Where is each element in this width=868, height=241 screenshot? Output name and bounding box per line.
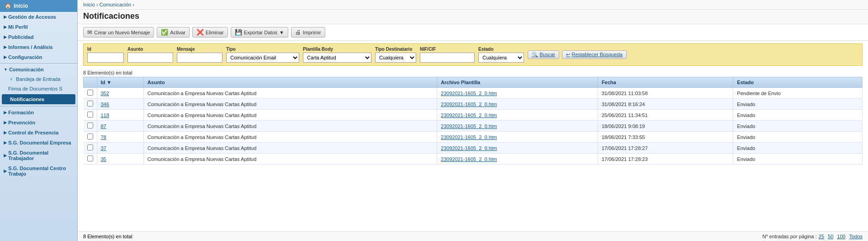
col-header-id[interactable]: Id ▼ — [97, 77, 143, 88]
row-archivo-link[interactable]: 23092021-1605_2_0.htm — [441, 156, 497, 162]
table-row: 78 Comunicación a Empresa Nuevas Cartas … — [84, 132, 863, 143]
sidebar-item-informes[interactable]: ▶ Informes / Análisis — [0, 42, 77, 52]
cell-estado: Enviado — [733, 154, 863, 165]
row-checkbox[interactable] — [87, 90, 93, 96]
sidebar-item-bandeja-entrada[interactable]: 📧 Bandeja de Entrada — [0, 75, 77, 84]
sidebar-item-sg-trabajador[interactable]: ▶ S.G. Documental Trabajador — [0, 148, 77, 163]
filter-id-input[interactable] — [87, 53, 124, 63]
col-header-archivo[interactable]: Archivo Plantilla — [437, 77, 598, 88]
cell-id: 78 — [97, 132, 143, 143]
arrow-icon: ▶ — [4, 110, 7, 115]
page-title-bar: Notificaciones — [78, 10, 868, 24]
col-header-fecha[interactable]: Fecha — [598, 77, 733, 88]
create-message-button[interactable]: ✉ Crear un Nuevo Mensaje — [83, 27, 154, 37]
row-checkbox-cell — [84, 121, 97, 132]
table-body: 352 Comunicación a Empresa Nuevas Cartas… — [84, 88, 863, 165]
row-id-link[interactable]: 87 — [101, 123, 106, 129]
sidebar-item-firma-documentos[interactable]: Firma de Documentos S — [0, 84, 77, 93]
count-bar-bottom: 8 Elemento(s) en total — [83, 234, 132, 239]
row-archivo-link[interactable]: 23092021-1605_2_0.htm — [441, 134, 497, 140]
breadcrumb: Inicio › Comunicación › — [78, 0, 868, 10]
sidebar-item-formacion[interactable]: ▶ Formación — [0, 107, 77, 118]
row-id-link[interactable]: 352 — [101, 91, 109, 96]
cell-archivo: 23092021-1605_2_0.htm — [437, 99, 598, 110]
cell-fecha: 18/06/2021 9:08:19 — [598, 121, 733, 132]
col-header-asunto[interactable]: Asunto — [143, 77, 437, 88]
sidebar-item-configuracion[interactable]: ▶ Configuración — [0, 52, 77, 62]
filter-row: Id Asunto Mensaje Tipo Comunicación Emai… — [87, 47, 858, 63]
row-checkbox[interactable] — [87, 112, 93, 118]
row-id-link[interactable]: 37 — [101, 145, 106, 151]
print-button[interactable]: 🖨 Imprimir — [291, 27, 325, 37]
row-checkbox-cell — [84, 99, 97, 110]
reset-search-button[interactable]: ↩ Restablecer Búsqueda — [562, 50, 626, 59]
table-row: 352 Comunicación a Empresa Nuevas Cartas… — [84, 88, 863, 99]
sidebar-item-label: Formación — [8, 110, 34, 115]
sidebar-home[interactable]: 🏠 Inicio — [0, 0, 77, 12]
sidebar-item-prevencion[interactable]: ▶ Prevención — [0, 118, 77, 128]
cell-id: 35 — [97, 154, 143, 165]
arrow-icon: ▼ — [4, 67, 8, 72]
export-label: Exportar Datos — [244, 30, 277, 35]
select-all-header — [84, 77, 97, 88]
row-archivo-link[interactable]: 23092021-1605_2_0.htm — [441, 123, 497, 129]
row-archivo-link[interactable]: 23092021-1605_2_0.htm — [441, 91, 497, 96]
arrow-icon: ▶ — [4, 15, 7, 19]
filter-mensaje-input[interactable] — [177, 53, 222, 63]
filter-mensaje: Mensaje — [177, 47, 222, 63]
sidebar-item-notificaciones[interactable]: Notificaciones — [2, 94, 75, 104]
filter-plantilla-select[interactable]: Carta Aptitud Otra Plantilla — [303, 53, 371, 63]
search-label: Buscar — [540, 52, 555, 57]
arrow-icon: ▶ — [4, 153, 7, 158]
cell-asunto: Comunicación a Empresa Nuevas Cartas Apt… — [143, 121, 437, 132]
row-checkbox[interactable] — [87, 155, 93, 161]
pagination-todos[interactable]: Todos — [849, 234, 863, 239]
filter-actions: 🔍 Buscar ↩ Restablecer Búsqueda — [528, 50, 627, 59]
row-archivo-link[interactable]: 23092021-1605_2_0.htm — [441, 102, 497, 107]
sidebar-item-sg-empresa[interactable]: ▶ S.G. Documental Empresa — [0, 138, 77, 148]
pagination-50[interactable]: 50 — [828, 234, 833, 239]
sidebar-item-publicidad[interactable]: ▶ Publicidad — [0, 32, 77, 42]
pagination-25[interactable]: 25 — [819, 234, 824, 239]
search-button[interactable]: 🔍 Buscar — [528, 50, 559, 59]
row-id-link[interactable]: 346 — [101, 102, 109, 107]
arrow-icon: ▶ — [4, 130, 7, 135]
pagination-100[interactable]: 100 — [837, 234, 845, 239]
table-row: 87 Comunicación a Empresa Nuevas Cartas … — [84, 121, 863, 132]
filter-tipo-dest-select[interactable]: Cualquiera Empresa Trabajador — [375, 53, 416, 63]
sidebar-item-comunicacion[interactable]: ▼ Comunicación — [0, 64, 77, 75]
row-id-link[interactable]: 78 — [101, 134, 106, 140]
row-checkbox[interactable] — [87, 101, 93, 107]
sidebar-item-sg-centro-trabajo[interactable]: ▶ S.G. Documental Centro Trabajo — [0, 163, 77, 179]
filter-nif-input[interactable] — [420, 53, 475, 63]
sidebar-item-mi-perfil[interactable]: ▶ Mi Perfil — [0, 22, 77, 32]
delete-button[interactable]: ❌ Eliminar — [192, 27, 228, 37]
row-checkbox[interactable] — [87, 145, 93, 150]
sidebar-item-control-presencia[interactable]: ▶ Control de Presencia — [0, 128, 77, 138]
row-id-link[interactable]: 118 — [101, 112, 109, 118]
export-button[interactable]: 💾 Exportar Datos ▼ — [231, 27, 288, 37]
sidebar-item-gestion-accesos[interactable]: ▶ Gestión de Accesos — [0, 12, 77, 22]
sidebar-item-label: Configuración — [8, 54, 42, 60]
cell-estado: Enviado — [733, 99, 863, 110]
delete-icon: ❌ — [196, 29, 204, 36]
table-row: 118 Comunicación a Empresa Nuevas Cartas… — [84, 110, 863, 121]
filter-tipo-select[interactable]: Comunicación Email Comunicación SMS Otra — [226, 53, 299, 63]
sidebar-home-label: Inicio — [14, 3, 28, 9]
filter-estado-select[interactable]: Cualquiera Enviado Pendiente de Envio — [478, 53, 524, 63]
cell-archivo: 23092021-1605_2_0.htm — [437, 88, 598, 99]
cell-id: 87 — [97, 121, 143, 132]
filter-tipo-dest-label: Tipo Destinatario — [375, 47, 416, 52]
filter-asunto-input[interactable] — [127, 53, 173, 63]
row-checkbox[interactable] — [87, 134, 93, 139]
row-archivo-link[interactable]: 23092021-1605_2_0.htm — [441, 112, 497, 118]
breadcrumb-inicio[interactable]: Inicio — [83, 2, 95, 7]
activate-button[interactable]: ✅ Activar — [157, 27, 190, 37]
row-checkbox[interactable] — [87, 123, 93, 129]
breadcrumb-comunicacion[interactable]: Comunicación — [99, 2, 131, 7]
row-id-link[interactable]: 35 — [101, 156, 106, 162]
home-icon: 🏠 — [5, 3, 11, 9]
col-header-estado[interactable]: Estado — [733, 77, 863, 88]
row-archivo-link[interactable]: 23092021-1605_2_0.htm — [441, 145, 497, 151]
create-label: Crear un Nuevo Mensaje — [94, 30, 150, 35]
